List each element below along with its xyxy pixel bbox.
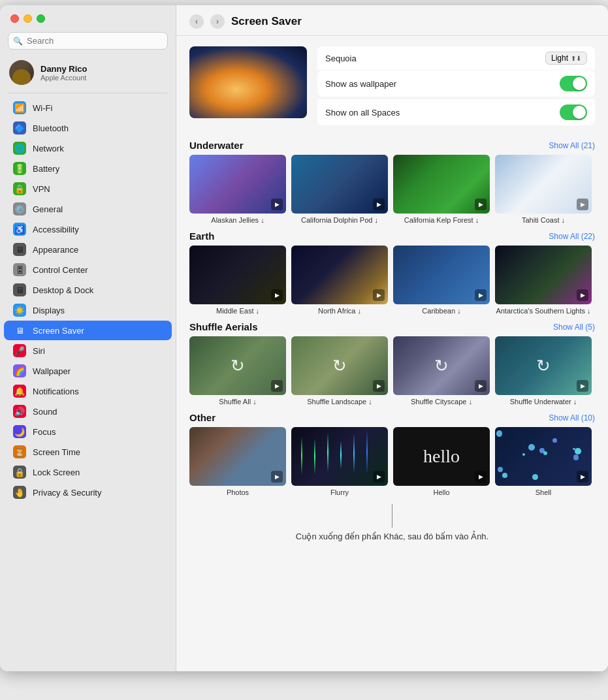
thumb-item-hello[interactable]: ▶helloHello: [393, 427, 490, 496]
thumb-item-middle-east[interactable]: ▶Middle East ↓: [189, 246, 286, 315]
shuffle-icon: ↻: [434, 356, 449, 376]
sidebar-item-label: Screen Time: [33, 447, 80, 457]
thumbnails-row-earth: ▶Middle East ↓▶North Africa ↓▶Caribbean …: [189, 246, 595, 315]
notifications-icon: 🔔: [13, 385, 26, 398]
sound-icon: 🔊: [13, 405, 26, 418]
minimize-button[interactable]: [24, 14, 32, 23]
section-header-earth: EarthShow All (22): [189, 231, 595, 242]
play-icon: ▶: [475, 471, 487, 483]
thumb-img-alaskan-jellies: ▶: [189, 155, 286, 214]
play-icon: ▶: [577, 199, 588, 210]
sidebar-item-siri[interactable]: 🎤Siri: [4, 341, 172, 360]
show-all-other[interactable]: Show All (10): [549, 413, 595, 422]
user-info: Danny Rico Apple Account: [40, 64, 88, 82]
style-arrows-icon: ⬆⬇: [571, 55, 581, 62]
show-all-underwater[interactable]: Show All (21): [549, 141, 595, 150]
wallpaper-icon: 🌈: [13, 364, 26, 377]
section-header-other: OtherShow All (10): [189, 412, 595, 423]
thumb-item-shell[interactable]: ▶Shell: [495, 427, 592, 496]
focus-icon: 🌙: [13, 425, 26, 438]
thumb-item-california-kelp[interactable]: ▶California Kelp Forest ↓: [393, 155, 490, 224]
sidebar-item-label: Notifications: [33, 387, 79, 396]
thumb-item-antarctica[interactable]: ▶Antarctica's Southern Lights ↓: [495, 246, 592, 315]
thumb-img-tahiti-coast: ▶: [495, 155, 592, 214]
thumb-label-north-africa: North Africa ↓: [318, 307, 361, 315]
thumb-item-shuffle-all[interactable]: ▶↻Shuffle All ↓: [189, 336, 286, 406]
show-all-shuffle-aerials[interactable]: Show All (5): [553, 323, 595, 332]
show-all-earth[interactable]: Show All (22): [549, 232, 595, 241]
thumb-item-flurry[interactable]: ▶Flurry: [291, 427, 388, 496]
screensaver-name: Sequoia: [325, 54, 357, 63]
play-icon: ▶: [475, 289, 487, 301]
back-button[interactable]: ‹: [189, 14, 204, 29]
play-icon: ▶: [271, 380, 283, 392]
play-icon: ▶: [271, 199, 283, 210]
thumb-item-north-africa[interactable]: ▶North Africa ↓: [291, 246, 388, 315]
sidebar-item-screen-saver[interactable]: 🖥Screen Saver: [4, 321, 172, 340]
style-selector[interactable]: Light ⬆⬇: [545, 52, 587, 65]
annotation: Cuộn xuống đến phần Khác, sau đó bấm vào…: [189, 504, 595, 554]
sidebar-item-notifications[interactable]: 🔔Notifications: [4, 381, 172, 401]
thumb-img-shuffle-cityscape: ▶↻: [393, 336, 490, 395]
sidebar-item-lock-screen[interactable]: 🔒Lock Screen: [4, 462, 172, 482]
sidebar-item-privacy-security[interactable]: 🤚Privacy & Security: [4, 483, 172, 502]
thumb-label-alaskan-jellies: Alaskan Jellies ↓: [211, 216, 264, 224]
wallpaper-toggle[interactable]: [560, 76, 587, 91]
sidebar-item-network[interactable]: 🌐Network: [4, 138, 172, 158]
flurry-lines: [291, 427, 388, 486]
thumb-item-shuffle-cityscape[interactable]: ▶↻Shuffle Cityscape ↓: [393, 336, 490, 406]
accessibility-icon: ♿: [13, 223, 26, 236]
sidebar-item-battery[interactable]: 🔋Battery: [4, 159, 172, 178]
preview-thumbnail[interactable]: [189, 46, 307, 118]
sidebar-item-control-center[interactable]: 🎛Control Center: [4, 260, 172, 279]
sidebar-item-vpn[interactable]: 🔒VPN: [4, 179, 172, 199]
sidebar-item-displays[interactable]: ☀️Displays: [4, 300, 172, 320]
search-input[interactable]: [8, 32, 168, 50]
thumb-item-shuffle-underwater[interactable]: ▶↻Shuffle Underwater ↓: [495, 336, 592, 406]
thumb-item-photos[interactable]: ▶Photos: [189, 427, 286, 496]
sidebar-item-sound[interactable]: 🔊Sound: [4, 402, 172, 421]
thumb-label-antarctica: Antarctica's Southern Lights ↓: [496, 307, 590, 315]
forward-button[interactable]: ›: [210, 14, 225, 29]
sidebar-item-label: Privacy & Security: [33, 488, 101, 498]
sidebar-item-wifi[interactable]: 📶Wi-Fi: [4, 98, 172, 118]
section-title-underwater: Underwater: [189, 140, 244, 151]
thumb-item-tahiti-coast[interactable]: ▶Tahiti Coast ↓: [495, 155, 592, 224]
close-button[interactable]: [10, 14, 19, 23]
play-icon: ▶: [475, 380, 487, 392]
spaces-label: Show on all Spaces: [325, 108, 400, 118]
settings-panel: Sequoia Light ⬆⬇ Show as wallpaper Show …: [317, 46, 595, 128]
wallpaper-row: Show as wallpaper: [317, 71, 595, 97]
section-header-shuffle-aerials: Shuffle AerialsShow All (5): [189, 321, 595, 332]
thumb-item-shuffle-landscape[interactable]: ▶↻Shuffle Landscape ↓: [291, 336, 388, 406]
sidebar-item-label: Siri: [33, 346, 45, 356]
section-title-shuffle-aerials: Shuffle Aerials: [189, 321, 257, 332]
sidebar-item-screen-time[interactable]: ⏳Screen Time: [4, 442, 172, 462]
traffic-lights: [0, 5, 176, 29]
thumb-item-caribbean[interactable]: ▶Caribbean ↓: [393, 246, 490, 315]
wifi-icon: 📶: [13, 101, 26, 114]
main-window: 🔍 Danny Rico Apple Account 📶Wi-Fi🔷Blueto…: [0, 5, 608, 671]
thumb-item-california-dolphin[interactable]: ▶California Dolphin Pod ↓: [291, 155, 388, 224]
sidebar-item-bluetooth[interactable]: 🔷Bluetooth: [4, 118, 172, 138]
play-icon: ▶: [373, 199, 385, 210]
sidebar-item-appearance[interactable]: 🖥Appearance: [4, 240, 172, 259]
bluetooth-icon: 🔷: [13, 121, 26, 135]
spaces-toggle[interactable]: [560, 104, 587, 120]
play-icon: ▶: [373, 289, 385, 301]
sidebar-item-general[interactable]: ⚙️General: [4, 199, 172, 219]
thumb-item-alaskan-jellies[interactable]: ▶Alaskan Jellies ↓: [189, 155, 286, 224]
sidebar-item-label: Screen Saver: [33, 326, 84, 336]
sidebar-item-label: VPN: [33, 184, 50, 194]
sidebar-item-wallpaper[interactable]: 🌈Wallpaper: [4, 361, 172, 381]
sidebar-item-label: Displays: [33, 306, 65, 315]
sections-container: UnderwaterShow All (21)▶Alaskan Jellies …: [189, 140, 595, 496]
search-icon: 🔍: [13, 37, 23, 46]
user-profile[interactable]: Danny Rico Apple Account: [0, 55, 176, 91]
maximize-button[interactable]: [37, 14, 45, 23]
sidebar-item-accessibility[interactable]: ♿Accessibility: [4, 219, 172, 239]
play-icon: ▶: [577, 380, 588, 392]
sidebar-item-desktop-dock[interactable]: 🖥Desktop & Dock: [4, 280, 172, 300]
sidebar-item-focus[interactable]: 🌙Focus: [4, 422, 172, 441]
name-row: Sequoia Light ⬆⬇: [317, 46, 595, 70]
